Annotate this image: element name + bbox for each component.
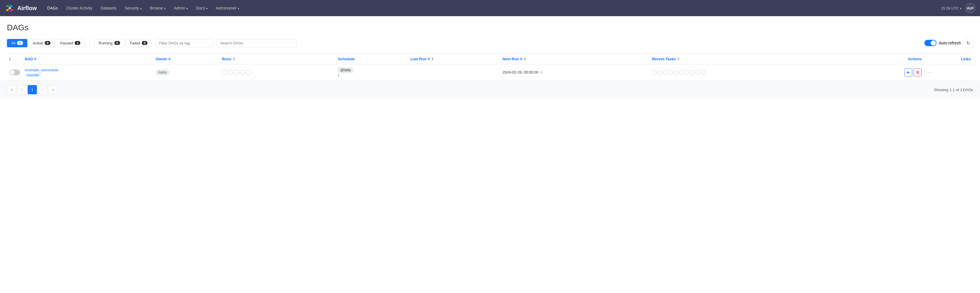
nav-item-astronomer[interactable]: Astronomer xyxy=(212,3,243,13)
nav-item-datasets[interactable]: Datasets xyxy=(97,3,120,13)
chevron-down-icon xyxy=(238,6,239,10)
status-filter-group: All 1 Active 0 Paused 1 xyxy=(7,39,85,47)
filter-running-button[interactable]: Running 0 xyxy=(94,39,124,47)
auto-refresh-label: Auto-refresh xyxy=(939,41,961,45)
tag-filter-input[interactable] xyxy=(155,39,213,47)
pagination-prev-button[interactable]: ‹ xyxy=(17,85,27,94)
navbar-brand-text: Airflow xyxy=(17,5,37,11)
dag-recent-tasks xyxy=(652,70,847,75)
pagination-bar: « ‹ 1 › » Showing 1-1 of 1 DAGs xyxy=(0,80,980,99)
dag-action-buttons: ▶ 🗑 xyxy=(851,68,921,77)
next-run-info-icon[interactable]: ℹ xyxy=(541,70,542,74)
col-actions-header: Actions xyxy=(908,57,922,61)
filter-failed-button[interactable]: Failed 0 xyxy=(126,39,152,47)
chevron-down-icon xyxy=(960,6,962,10)
task-circle xyxy=(663,70,667,75)
auto-refresh-group: Auto-refresh ↻ xyxy=(924,38,973,48)
run-circle xyxy=(240,70,245,75)
task-circle xyxy=(674,70,678,75)
filter-paused-button[interactable]: Paused 1 xyxy=(56,39,85,47)
svg-point-1 xyxy=(9,7,11,9)
lastrun-sort-icon[interactable]: ⇅ xyxy=(428,58,430,61)
task-circle xyxy=(685,70,689,75)
col-owner-header: Owner ⇅ xyxy=(156,57,217,61)
filter-bar: All 1 Active 0 Paused 1 Running 0 Failed… xyxy=(7,38,973,48)
nav-item-cluster-activity[interactable]: Cluster Activity xyxy=(62,3,96,13)
dag-tag[interactable]: example xyxy=(25,73,41,77)
col-dag-header: DAG ⇅ xyxy=(25,57,151,61)
dag-delete-button[interactable]: 🗑 xyxy=(913,68,921,77)
schedule-info-icon[interactable]: ℹ xyxy=(338,74,339,77)
pagination-current-page[interactable]: 1 xyxy=(28,85,37,94)
run-circle xyxy=(246,70,251,75)
time-display[interactable]: 15:28 UTC xyxy=(941,6,962,10)
refresh-icon: ↻ xyxy=(966,40,970,46)
chevron-down-icon xyxy=(164,6,165,10)
col-runs-header: Runs ℹ xyxy=(222,57,333,61)
col-links-header: Links xyxy=(961,57,971,61)
chevron-down-icon xyxy=(206,6,208,10)
filter-all-button[interactable]: All 1 xyxy=(7,39,27,47)
col-lastrun-header: Last Run ⇅ ℹ xyxy=(410,57,498,61)
pagination-showing-text: Showing 1-1 of 1 DAGs xyxy=(934,88,973,92)
pagination-last-button[interactable]: » xyxy=(48,85,57,94)
task-circle xyxy=(652,70,657,75)
nav-item-security[interactable]: Security xyxy=(121,3,145,13)
task-circle xyxy=(690,70,695,75)
task-circle xyxy=(701,70,706,75)
runs-info-icon[interactable]: ℹ xyxy=(233,57,234,61)
dags-table: ℹ DAG ⇅ Owner ⇅ Runs xyxy=(7,54,973,80)
nav-item-browse[interactable]: Browse xyxy=(146,3,169,13)
nav-item-admin[interactable]: Admin xyxy=(170,3,191,13)
run-filter-group: Running 0 Failed 0 xyxy=(94,39,152,47)
airflow-logo-icon xyxy=(5,3,15,13)
dag-owner-badge: Astro xyxy=(156,69,169,75)
col-nextrun-header: Next Run ⇅ ℹ xyxy=(503,57,648,61)
dag-name-cell: example_astronauts example xyxy=(25,68,151,77)
task-circle xyxy=(679,70,684,75)
auto-refresh-toggle[interactable] xyxy=(924,40,937,46)
refresh-button[interactable]: ↻ xyxy=(963,38,973,48)
main-content: DAGs All 1 Active 0 Paused 1 Running 0 xyxy=(0,16,980,293)
page-title: DAGs xyxy=(7,23,973,32)
run-circle xyxy=(234,70,239,75)
nav-item-docs[interactable]: Docs xyxy=(192,3,211,13)
chevron-down-icon: ▾ xyxy=(972,6,974,10)
dag-next-run: 2024-02-26, 00:00:00 xyxy=(503,70,538,74)
task-circle xyxy=(657,70,662,75)
task-circle xyxy=(668,70,673,75)
dag-schedule-cell: @daily ℹ xyxy=(338,67,406,77)
run-circle xyxy=(228,70,233,75)
col-recenttasks-header: Recent Tasks ℹ xyxy=(652,57,847,61)
dag-more-links-button[interactable]: ··· xyxy=(926,70,932,75)
navbar-right: 15:28 UTC AU ▾ xyxy=(941,3,975,13)
nextrun-sort-icon[interactable]: ⇅ xyxy=(520,58,522,61)
col-info-icon[interactable]: ℹ xyxy=(9,58,10,61)
chevron-down-icon xyxy=(186,6,188,10)
dag-trigger-button[interactable]: ▶ xyxy=(904,68,912,77)
filter-active-button[interactable]: Active 0 xyxy=(29,39,55,47)
pagination: « ‹ 1 › » xyxy=(7,85,57,94)
dag-sort-icon[interactable]: ⇅ xyxy=(34,58,36,61)
dag-schedule-badge: @daily xyxy=(338,67,353,73)
table-row: example_astronauts example Astro xyxy=(7,64,973,80)
owner-sort-icon[interactable]: ⇅ xyxy=(168,58,170,61)
dag-pause-toggle[interactable] xyxy=(9,69,20,75)
nav-item-dags[interactable]: DAGs xyxy=(44,3,61,13)
pagination-next-button[interactable]: › xyxy=(38,85,47,94)
navbar-brand[interactable]: Airflow xyxy=(5,3,37,13)
navbar: Airflow DAGs Cluster Activity Datasets S… xyxy=(0,0,980,16)
dag-runs-circles xyxy=(222,70,333,75)
chevron-down-icon xyxy=(140,6,142,10)
run-circle xyxy=(222,70,227,75)
search-dags-input[interactable] xyxy=(216,39,297,47)
recenttasks-info-icon[interactable]: ℹ xyxy=(678,57,679,61)
user-avatar[interactable]: AU ▾ xyxy=(965,3,975,13)
col-schedule-header: Schedule xyxy=(338,57,355,61)
dag-name-link[interactable]: example_astronauts xyxy=(25,68,59,72)
navbar-nav: DAGs Cluster Activity Datasets Security … xyxy=(44,3,941,13)
lastrun-info-icon[interactable]: ℹ xyxy=(432,57,433,61)
task-circle xyxy=(696,70,700,75)
pagination-first-button[interactable]: « xyxy=(7,85,16,94)
nextrun-info-icon[interactable]: ℹ xyxy=(524,57,525,61)
